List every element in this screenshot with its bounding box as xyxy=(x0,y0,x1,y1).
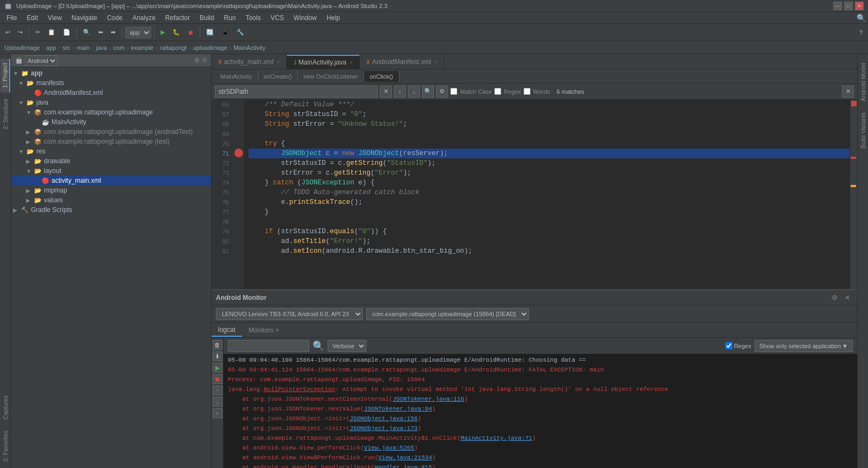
project-sync-icon[interactable]: ↺ xyxy=(202,57,207,64)
tree-item-drawable[interactable]: ▶ 📂 drawable xyxy=(11,156,211,166)
regex-option[interactable]: Regex xyxy=(494,88,521,95)
structure-panel-tab[interactable]: 2: Structure xyxy=(1,94,10,134)
match-case-checkbox[interactable] xyxy=(450,88,457,95)
toolbar-stop[interactable]: ⏹ xyxy=(184,28,197,37)
regex-checkbox[interactable] xyxy=(494,88,501,95)
tree-item-package-androidtest[interactable]: ▶ 📦 com.example.rattapongt.uploadimage (… xyxy=(11,127,211,137)
breadcrumb-app[interactable]: app xyxy=(46,44,56,51)
log-up-btn[interactable]: ↑ xyxy=(213,386,222,395)
log-run-btn[interactable]: ▶ xyxy=(213,363,222,373)
tab-mainactivity[interactable]: J MainActivity.java × xyxy=(287,55,360,69)
close-button[interactable]: ✕ xyxy=(855,2,864,10)
log-scroll-btn[interactable]: ⬇ xyxy=(213,351,222,361)
error-stripe-top[interactable] xyxy=(851,101,857,106)
breadcrumb-com[interactable]: com xyxy=(113,44,125,51)
menu-file[interactable]: File xyxy=(2,13,21,23)
menu-window[interactable]: Window xyxy=(289,13,321,23)
captures-panel-tab[interactable]: Captures xyxy=(1,391,10,424)
tree-item-gradle[interactable]: ▶ 🔨 Gradle Scripts xyxy=(11,205,211,215)
words-option[interactable]: Words xyxy=(524,88,551,95)
maximize-button[interactable]: □ xyxy=(844,2,853,10)
menu-view[interactable]: View xyxy=(43,13,66,23)
toolbar-cut[interactable]: ✂ xyxy=(32,28,43,37)
log-down-btn[interactable]: ↓ xyxy=(213,397,222,407)
breadcrumb-src[interactable]: src xyxy=(62,44,71,51)
search-settings-btn[interactable]: ⚙ xyxy=(436,86,448,98)
project-settings-icon[interactable]: ⚙ xyxy=(194,57,200,64)
toolbar-prev[interactable]: ⬅ xyxy=(95,28,106,37)
toolbar-copy[interactable]: 📋 xyxy=(44,28,59,37)
monitor-close-btn[interactable]: ✕ xyxy=(842,292,853,303)
code-content[interactable]: /** Default Value ***/ String strStatusI… xyxy=(244,100,850,289)
menu-edit[interactable]: Edit xyxy=(22,13,42,23)
tree-item-layout[interactable]: ▼ 📂 layout xyxy=(11,166,211,176)
monitors-tab[interactable]: Monitors + xyxy=(242,324,285,336)
menu-code[interactable]: Code xyxy=(103,13,127,23)
toolbar-search[interactable]: 🔍 xyxy=(80,28,94,37)
tree-item-mipmap[interactable]: ▶ 📂 mipmap xyxy=(11,185,211,195)
tree-item-package-test[interactable]: ▶ 📦 com.example.rattapongt.uploadimage (… xyxy=(11,137,211,146)
toolbar-next[interactable]: ➡ xyxy=(107,28,119,37)
breadcrumb-example[interactable]: example xyxy=(131,44,154,51)
show-selected-app-btn[interactable]: Show only selected application ▼ xyxy=(755,340,853,352)
menu-vcs[interactable]: VCS xyxy=(266,13,289,23)
logcat-tab[interactable]: logcat xyxy=(212,324,242,337)
menu-analyze[interactable]: Analyze xyxy=(128,13,160,23)
toolbar-sdk[interactable]: 🔧 xyxy=(233,28,247,37)
method-tab-mainactivity[interactable]: MainActivity xyxy=(215,71,258,82)
run-config-dropdown[interactable]: app xyxy=(125,27,151,39)
search-next-btn[interactable]: ↓ xyxy=(408,86,420,98)
menu-navigate[interactable]: Navigate xyxy=(67,13,101,23)
toolbar-sync[interactable]: 🔄 xyxy=(203,28,217,37)
toolbar-forward[interactable]: ↪ xyxy=(15,28,26,37)
toolbar-run[interactable]: ▶ xyxy=(157,28,168,37)
tab-close-activity[interactable]: × xyxy=(277,59,280,65)
menu-build[interactable]: Build xyxy=(195,13,219,23)
search-prev-btn[interactable]: ↑ xyxy=(394,86,406,98)
minimize-button[interactable]: ─ xyxy=(833,2,842,10)
breadcrumb-mainactivity[interactable]: MainActivity xyxy=(233,44,265,51)
menu-help[interactable]: Help xyxy=(322,13,344,23)
tree-item-values[interactable]: ▶ 📂 values xyxy=(11,195,211,205)
process-select[interactable]: com.example.rattapongt.uploadimage (1586… xyxy=(366,308,529,320)
breadcrumb-uploadimage[interactable]: UploadImage xyxy=(4,44,40,51)
toolbar-avd[interactable]: 📱 xyxy=(218,28,232,37)
toolbar-debug[interactable]: 🐛 xyxy=(169,28,183,37)
menu-run[interactable]: Run xyxy=(220,13,240,23)
tab-close-manifest[interactable]: × xyxy=(435,59,438,65)
tree-item-app[interactable]: ▼ 📁 app xyxy=(11,68,211,78)
tree-item-mainactivity[interactable]: ☕ MainActivity xyxy=(11,117,211,127)
breadcrumb-java[interactable]: java xyxy=(96,44,107,51)
method-tab-onclick[interactable]: onClick() xyxy=(364,71,399,82)
log-search-input[interactable] xyxy=(228,340,309,352)
search-clear-btn[interactable]: ✕ xyxy=(380,86,392,98)
android-model-tab[interactable]: Android Model xyxy=(859,59,867,106)
breadcrumb-uploadimage2[interactable]: uploadimage xyxy=(193,44,227,51)
breadcrumb-rattapongt[interactable]: rattapongt xyxy=(160,44,187,51)
method-tab-onclicklistener[interactable]: new OnClickListener xyxy=(298,71,364,82)
error-stripe-1[interactable] xyxy=(851,157,856,159)
device-select[interactable]: LENOVO Lenovo TB3-X70L Android 6.0, API … xyxy=(216,308,363,320)
log-output[interactable]: 05-00 09:04:40.100 15864-15064/com.examp… xyxy=(224,354,857,468)
tree-item-manifests[interactable]: ▼ 📂 manifests xyxy=(11,78,211,88)
menu-refactor[interactable]: Refactor xyxy=(161,13,194,23)
tree-item-java[interactable]: ▼ 📂 java xyxy=(11,98,211,107)
project-view-select[interactable]: Android xyxy=(25,55,58,66)
menu-tools[interactable]: Tools xyxy=(241,13,265,23)
tree-item-package-main[interactable]: ▼ 📦 com.example.rattapongt.uploadimage xyxy=(11,107,211,117)
tab-manifest[interactable]: X AndroidManifest.xml × xyxy=(360,55,444,69)
search-everything-icon[interactable]: 🔍 xyxy=(857,14,866,22)
method-tab-oncreate[interactable]: onCreate() xyxy=(258,71,298,82)
words-checkbox[interactable] xyxy=(524,88,531,95)
log-search-icon[interactable]: 🔍 xyxy=(312,340,324,352)
tree-item-androidmanifest[interactable]: 🔴 AndroidManifest.xml xyxy=(11,88,211,98)
log-plus-btn[interactable]: + xyxy=(213,408,222,418)
toolbar-paste[interactable]: 📄 xyxy=(60,28,74,37)
regex-log-checkbox[interactable] xyxy=(725,342,732,349)
tree-item-res[interactable]: ▼ 📂 res xyxy=(11,146,211,156)
monitor-settings-btn[interactable]: ⚙ xyxy=(829,292,840,303)
project-panel-tab[interactable]: 1: Project xyxy=(1,59,10,92)
breadcrumb-main[interactable]: main xyxy=(76,44,90,51)
tree-item-activity-main[interactable]: 🔴 activity_main.xml xyxy=(11,176,211,185)
tab-activity-main[interactable]: X activity_main.xml × xyxy=(212,55,287,69)
